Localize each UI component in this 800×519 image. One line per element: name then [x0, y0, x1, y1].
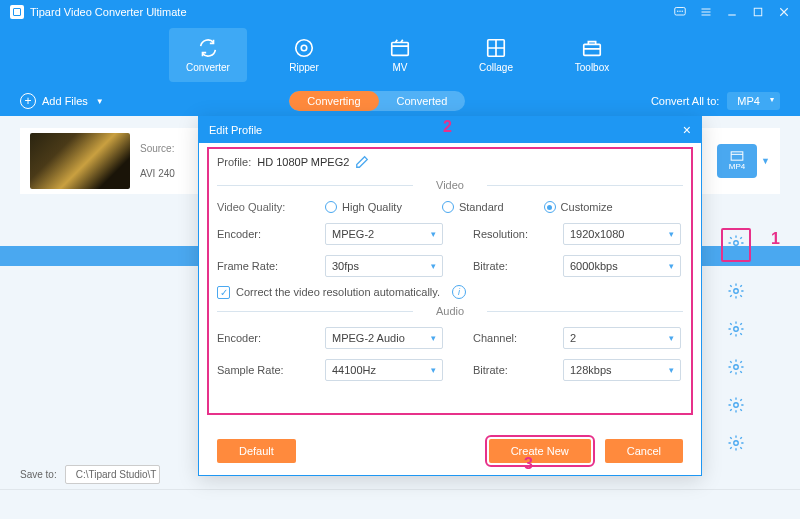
plus-icon: +: [20, 93, 36, 109]
create-new-button[interactable]: Create New: [489, 439, 591, 463]
svg-point-12: [734, 289, 739, 294]
close-icon[interactable]: [778, 6, 790, 18]
audio-section-header: Audio: [217, 305, 683, 317]
menu-icon[interactable]: [700, 6, 712, 18]
close-icon[interactable]: ×: [683, 122, 691, 138]
profile-value: HD 1080P MPEG2: [257, 156, 349, 168]
sub-toolbar: + Add Files ▼ Converting Converted Conve…: [0, 86, 800, 116]
source-label: Source:: [140, 143, 174, 154]
channel-label: Channel:: [473, 332, 563, 344]
svg-rect-9: [584, 44, 601, 55]
resolution-label: Resolution:: [473, 228, 563, 240]
convert-all-to: Convert All to: MP4: [651, 92, 780, 110]
svg-rect-7: [392, 43, 409, 56]
tab-label: Converter: [186, 62, 230, 73]
convert-all-dropdown[interactable]: MP4: [727, 92, 780, 110]
annotation-3: 3: [524, 455, 533, 473]
settings-button-highlighted[interactable]: [721, 228, 751, 262]
conversion-status-toggle[interactable]: Converting Converted: [289, 91, 465, 111]
video-encoder-dropdown[interactable]: MPEG-2: [325, 223, 443, 245]
convert-all-label: Convert All to:: [651, 95, 719, 107]
annotation-2: 2: [443, 118, 452, 136]
svg-point-5: [296, 40, 313, 57]
footer-bar: [0, 489, 800, 519]
svg-point-16: [734, 441, 739, 446]
audio-bitrate-dropdown[interactable]: 128kbps: [563, 359, 681, 381]
tab-label: Toolbox: [575, 62, 609, 73]
maximize-icon[interactable]: [752, 6, 764, 18]
annotation-1: 1: [771, 230, 780, 248]
gear-icon[interactable]: [727, 282, 745, 300]
gear-icon[interactable]: [727, 434, 745, 452]
edit-icon[interactable]: [355, 155, 369, 169]
tab-label: Collage: [479, 62, 513, 73]
svg-rect-10: [731, 152, 743, 160]
add-files-button[interactable]: + Add Files ▼: [20, 93, 104, 109]
auto-resolution-label: Correct the video resolution automatical…: [236, 286, 440, 298]
svg-point-1: [677, 11, 679, 13]
svg-point-2: [679, 11, 681, 13]
gear-icon[interactable]: [727, 320, 745, 338]
minimize-icon[interactable]: [726, 6, 738, 18]
radio-high-quality[interactable]: High Quality: [325, 201, 402, 213]
gear-icon[interactable]: [727, 358, 745, 376]
video-quality-label: Video Quality:: [217, 201, 325, 213]
settings-column: [712, 228, 760, 452]
app-title: Tipard Video Converter Ultimate: [30, 6, 187, 18]
radio-standard[interactable]: Standard: [442, 201, 504, 213]
audio-encoder-label: Encoder:: [217, 332, 325, 344]
save-to-row: Save to: C:\Tipard Studio\T: [20, 459, 160, 489]
save-to-path[interactable]: C:\Tipard Studio\T: [65, 465, 160, 484]
chevron-down-icon: ▼: [96, 97, 104, 106]
tab-mv[interactable]: MV: [361, 28, 439, 82]
video-bitrate-label: Bitrate:: [473, 260, 563, 272]
tab-collage[interactable]: Collage: [457, 28, 535, 82]
video-section-header: Video: [217, 179, 683, 191]
cancel-button[interactable]: Cancel: [605, 439, 683, 463]
svg-point-15: [734, 403, 739, 408]
tab-ripper[interactable]: Ripper: [265, 28, 343, 82]
svg-rect-4: [754, 8, 762, 16]
gear-icon: [727, 234, 745, 252]
feedback-icon[interactable]: [674, 6, 686, 18]
dialog-title: Edit Profile: [209, 124, 262, 136]
add-files-label: Add Files: [42, 95, 88, 107]
tab-label: Ripper: [289, 62, 318, 73]
svg-point-3: [682, 11, 684, 13]
tab-converted[interactable]: Converted: [379, 91, 466, 111]
video-encoder-label: Encoder:: [217, 228, 325, 240]
svg-point-6: [301, 45, 307, 51]
svg-point-13: [734, 327, 739, 332]
output-format-badge[interactable]: MP4: [717, 144, 757, 178]
tab-toolbox[interactable]: Toolbox: [553, 28, 631, 82]
titlebar: Tipard Video Converter Ultimate: [0, 0, 800, 24]
default-button[interactable]: Default: [217, 439, 296, 463]
resolution-dropdown[interactable]: 1920x1080: [563, 223, 681, 245]
checkbox-icon: ✓: [217, 286, 230, 299]
tab-label: MV: [393, 62, 408, 73]
audio-bitrate-label: Bitrate:: [473, 364, 563, 376]
audio-encoder-dropdown[interactable]: MPEG-2 Audio: [325, 327, 443, 349]
radio-customize[interactable]: Customize: [544, 201, 613, 213]
gear-icon[interactable]: [727, 396, 745, 414]
edit-profile-dialog: Edit Profile × Profile: HD 1080P MPEG2 V…: [198, 116, 702, 476]
save-to-label: Save to:: [20, 469, 57, 480]
channel-dropdown[interactable]: 2: [563, 327, 681, 349]
chevron-down-icon[interactable]: ▼: [761, 156, 770, 166]
samplerate-dropdown[interactable]: 44100Hz: [325, 359, 443, 381]
framerate-dropdown[interactable]: 30fps: [325, 255, 443, 277]
profile-label: Profile:: [217, 156, 251, 168]
tab-converting[interactable]: Converting: [289, 91, 378, 111]
svg-point-14: [734, 365, 739, 370]
app-logo: [10, 5, 24, 19]
svg-point-11: [734, 241, 739, 246]
samplerate-label: Sample Rate:: [217, 364, 325, 376]
video-bitrate-dropdown[interactable]: 6000kbps: [563, 255, 681, 277]
framerate-label: Frame Rate:: [217, 260, 325, 272]
output-format-text: MP4: [729, 162, 745, 171]
info-icon[interactable]: i: [452, 285, 466, 299]
auto-resolution-checkbox[interactable]: ✓ Correct the video resolution automatic…: [217, 285, 683, 299]
main-tabs: Converter Ripper MV Collage Toolbox: [0, 24, 800, 86]
video-thumbnail[interactable]: [30, 133, 130, 189]
tab-converter[interactable]: Converter: [169, 28, 247, 82]
